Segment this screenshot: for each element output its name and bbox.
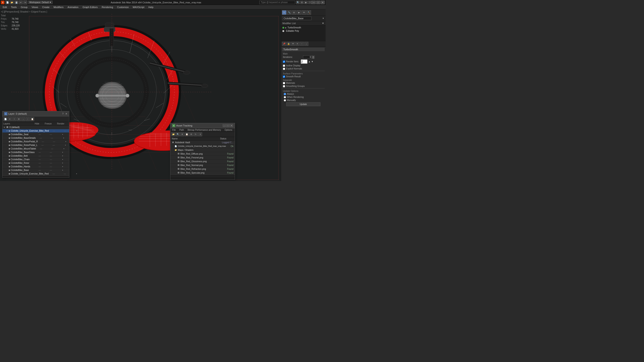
search-input[interactable] bbox=[260, 1, 295, 4]
layer-settings-icon[interactable]: ⚙ bbox=[17, 117, 21, 121]
mod-move-down-icon[interactable]: ↓ bbox=[304, 42, 308, 46]
asset-row-vault[interactable]: 🏛 Autodesk Vault Logged C... bbox=[170, 141, 235, 144]
panel-tab-display[interactable]: 👁 bbox=[302, 10, 306, 15]
menu-modifiers[interactable]: Modifiers bbox=[52, 5, 65, 9]
asset-scrollbar[interactable] bbox=[170, 175, 235, 177]
menu-maxscript[interactable]: MAXScript bbox=[131, 5, 146, 9]
panel-tab-utilities[interactable]: 🔨 bbox=[306, 10, 311, 15]
layer-copy-icon[interactable]: 📋 bbox=[30, 117, 34, 121]
minimize-button[interactable]: — bbox=[312, 1, 316, 4]
menu-rendering[interactable]: Rendering bbox=[100, 5, 115, 9]
ts-isoline-checkbox[interactable] bbox=[283, 64, 285, 67]
layer-row-rotorpedal-l[interactable]: CiclotteBike_RotorPedal_L — — • bbox=[2, 143, 69, 147]
layer-row-baseglass[interactable]: CiclotteBike_BaseGlass — — • bbox=[2, 151, 69, 154]
asset-row-maxfile[interactable]: 📄 Ciclotte_Unicycle_Exercise_Bike_Red_ma… bbox=[170, 144, 235, 148]
layer-row-chain[interactable]: CiclotteBike_Chain — — • bbox=[2, 158, 69, 161]
viewport[interactable]: +[ ][Perspective][ Shaded + Edged Faces … bbox=[0, 9, 281, 181]
panel-tab-create[interactable]: ✦ bbox=[282, 10, 286, 15]
ts-smoothing-groups-checkbox[interactable] bbox=[283, 85, 285, 87]
open-icon[interactable]: 📂 bbox=[10, 0, 14, 4]
ts-explicit-normals-checkbox[interactable] bbox=[283, 68, 285, 70]
layer-row-rotorpedal-r[interactable]: CiclotteBike_RotorPedal_R — — • bbox=[2, 140, 69, 143]
panel-tab-modify[interactable]: 🔧 bbox=[287, 10, 291, 15]
asset-settings-icon[interactable]: ⚙ bbox=[189, 132, 193, 136]
asset-menu-path[interactable]: Path bbox=[178, 128, 186, 132]
layer-row-default[interactable]: ▼ 0 (default) bbox=[2, 126, 69, 129]
layer-row-basedetails[interactable]: CiclotteBike_BaseDetails — — • bbox=[2, 136, 69, 140]
layer-row-hands[interactable]: CiclotteBike_Hands — — • bbox=[2, 165, 69, 168]
layer-delete-icon[interactable]: ✕ bbox=[8, 117, 12, 121]
asset-refresh-icon[interactable]: ↻ bbox=[194, 132, 198, 136]
mod-pin-icon[interactable]: 📌 bbox=[282, 42, 286, 46]
asset-row-maps[interactable]: 📁 Maps / Shaders bbox=[170, 148, 235, 152]
new-icon[interactable]: 📄 bbox=[5, 0, 10, 4]
ts-iterations-input[interactable] bbox=[303, 55, 312, 59]
modifier-turbosmooth[interactable]: ▶ TurboSmooth bbox=[282, 26, 325, 29]
menu-graph-editors[interactable]: Graph Editors bbox=[81, 5, 100, 9]
mod-move-up-icon[interactable]: ↑ bbox=[300, 42, 304, 46]
layer-new-icon[interactable]: 📄 bbox=[3, 117, 8, 121]
asset-row-glossiness[interactable]: 🖼 Bike_Red_Glossiness.png Found bbox=[170, 160, 235, 163]
search-config-icon[interactable]: ⚙ bbox=[300, 1, 304, 4]
asset-copy-icon[interactable]: 📋 bbox=[185, 132, 189, 136]
asset-menu-bitmap[interactable]: Bitmap Performance and Memory bbox=[186, 128, 223, 132]
layer-up-icon[interactable]: ↑ bbox=[26, 117, 30, 121]
ts-materials-checkbox[interactable] bbox=[283, 82, 285, 84]
search-arrow-icon[interactable]: ▶ bbox=[304, 1, 308, 4]
search-icon[interactable]: 🔍 bbox=[296, 1, 300, 4]
object-name-dropdown[interactable]: ▼ bbox=[322, 17, 324, 19]
asset-menu-file[interactable]: File bbox=[170, 128, 178, 132]
object-name-input[interactable] bbox=[282, 16, 312, 20]
menu-help[interactable]: Help bbox=[147, 5, 156, 9]
ts-when-rendering-radio[interactable] bbox=[284, 96, 286, 98]
ts-smooth-result-checkbox[interactable] bbox=[283, 75, 285, 78]
layer-row-seat[interactable]: CiclotteBike_Seat — — • bbox=[2, 133, 69, 136]
modifier-editablepoly[interactable]: Editable Poly bbox=[282, 29, 325, 33]
ts-iterations-up[interactable]: ▲ bbox=[312, 56, 314, 57]
layer-row-ciclotte[interactable]: ▼ Ciclotte_Unicycle_Exercise_Bike_Red — … bbox=[2, 129, 69, 133]
layer-dialog-close-btn[interactable]: ✕ bbox=[65, 112, 67, 115]
menu-customize[interactable]: Customize bbox=[116, 5, 130, 9]
layer-dialog-scrollbar[interactable] bbox=[2, 176, 69, 177]
menu-tools[interactable]: Tools bbox=[9, 5, 18, 9]
asset-row-normal[interactable]: 🖼 Bike_Red_Normal.png Found bbox=[170, 163, 235, 167]
save-icon[interactable]: 💾 bbox=[14, 0, 18, 4]
asset-info-icon[interactable]: ℹ bbox=[198, 132, 202, 136]
asset-row-diffuse[interactable]: 🖼 Bike_Red_Diffuse.png Found bbox=[170, 152, 235, 156]
ts-update-button[interactable]: Update bbox=[286, 102, 320, 106]
search-help-icon[interactable]: ? bbox=[308, 1, 312, 4]
asset-maximize-button[interactable]: □ bbox=[226, 124, 230, 127]
asset-row-fresnel[interactable]: 🖼 Bike_Red_Fresnel.png Found bbox=[170, 156, 235, 160]
ts-render-up[interactable]: ▲ bbox=[308, 60, 310, 63]
mod-show-icon[interactable]: 👁 bbox=[291, 42, 295, 46]
asset-menu-options[interactable]: Options bbox=[223, 128, 234, 132]
layer-row-belt[interactable]: CiclotteBike_Belt — — • bbox=[2, 154, 69, 158]
ts-iterations-down[interactable]: ▼ bbox=[312, 57, 314, 59]
layer-row-base[interactable]: CiclotteBike_Base — — • bbox=[2, 168, 69, 172]
mod-lock-icon[interactable]: 🔒 bbox=[286, 42, 290, 46]
menu-animation[interactable]: Animation bbox=[66, 5, 80, 9]
menu-views[interactable]: Views bbox=[30, 5, 40, 9]
ts-render-iters-input[interactable] bbox=[301, 59, 308, 64]
ts-render-down[interactable]: ▼ bbox=[311, 60, 314, 63]
asset-open-icon[interactable]: 📁 bbox=[171, 132, 175, 136]
layer-row-rotor[interactable]: CiclotteBike_Rotor — — • bbox=[2, 161, 69, 165]
layer-down-icon[interactable]: ↓ bbox=[21, 117, 25, 121]
asset-row-refraction[interactable]: 🖼 Bike_Red_Refraction.png Found bbox=[170, 167, 235, 171]
close-button[interactable]: ✕ bbox=[321, 1, 325, 4]
workspace-selector[interactable]: Workspace: Default ▼ bbox=[28, 1, 52, 4]
layer-row-mounttablet[interactable]: CiclotteBike_MountTablet — — • bbox=[2, 147, 69, 151]
asset-search-icon[interactable]: 🔍 bbox=[176, 132, 180, 136]
panel-tab-motion[interactable]: ▶ bbox=[297, 10, 301, 15]
ts-render-iters-checkbox[interactable] bbox=[283, 60, 285, 63]
asset-close-button[interactable]: ✕ bbox=[230, 124, 233, 127]
asset-row-specular[interactable]: 🖼 Bike_Red_Specular.png Found bbox=[170, 171, 235, 175]
asset-minimize-button[interactable]: — bbox=[223, 124, 226, 127]
asset-dl-icon[interactable]: ⬇ bbox=[180, 132, 184, 136]
modifier-list-dropdown[interactable]: ▼ bbox=[322, 22, 324, 24]
menu-create[interactable]: Create bbox=[40, 5, 51, 9]
ts-always-radio[interactable] bbox=[284, 93, 286, 95]
ts-manually-radio[interactable] bbox=[284, 99, 286, 101]
mod-delete-icon[interactable]: ✕ bbox=[296, 42, 300, 46]
layer-dialog-help-btn[interactable]: ? bbox=[62, 112, 64, 115]
